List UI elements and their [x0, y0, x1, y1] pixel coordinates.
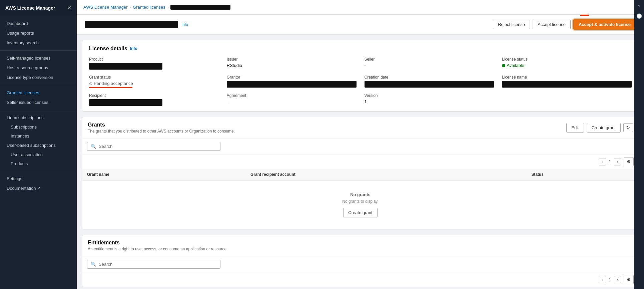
sidebar-item-instances[interactable]: Instances — [0, 132, 77, 141]
grants-create-button[interactable]: Create grant — [587, 123, 621, 133]
sidebar-item-settings[interactable]: Settings — [0, 174, 77, 183]
entitlements-table-header: ‹ 1 › ⚙ — [82, 272, 638, 287]
sidebar: AWS License Manager ✕ Dashboard Usage re… — [0, 0, 77, 289]
sidebar-item-documentation[interactable]: Documentation ↗ — [0, 183, 77, 193]
license-name-value-redacted — [502, 81, 632, 88]
sidebar-item-granted-licenses[interactable]: Granted licenses — [0, 88, 77, 98]
close-button[interactable]: ✕ — [67, 5, 71, 11]
details-grid: Product Issuer RStudio Seller - — [89, 57, 632, 106]
grants-empty-row: No grants No grants to display. Create g… — [82, 180, 638, 229]
grants-col-status: Status — [527, 169, 638, 180]
grants-table: Grant name Grant recipient account Statu… — [82, 169, 638, 229]
sidebar-item-host-resource[interactable]: Host resource groups — [0, 63, 77, 73]
topbar: AWS License Manager › Granted licenses › — [77, 0, 644, 15]
arrow-annotation: Accept & activate license — [573, 19, 636, 30]
accept-activate-button[interactable]: Accept & activate license — [573, 19, 636, 30]
agreement-value: - — [227, 99, 357, 104]
sidebar-item-subscriptions[interactable]: Subscriptions — [0, 123, 77, 132]
field-product-label: Product — [89, 57, 219, 62]
grants-settings-icon[interactable]: ⚙ — [624, 157, 634, 166]
grants-search-icon: 🔍 — [91, 144, 96, 149]
sidebar-item-license-type[interactable]: License type conversion — [0, 73, 77, 82]
breadcrumb-link-granted[interactable]: Granted licenses — [133, 5, 165, 10]
entitlements-next-page-button[interactable]: › — [614, 276, 621, 283]
breadcrumb: AWS License Manager › Granted licenses › — [83, 5, 230, 10]
field-seller: Seller - — [365, 57, 494, 70]
grants-search-bar: 🔍 — [82, 139, 638, 154]
entitlements-card: Entitlements An entitlement is a right t… — [82, 235, 639, 287]
recipient-value-redacted — [89, 99, 162, 106]
sidebar-item-products[interactable]: Products — [0, 159, 77, 168]
sidebar-item-user-association[interactable]: User association — [0, 150, 77, 159]
field-issuer: Issuer RStudio — [227, 57, 357, 70]
field-creation-date: Creation date — [365, 75, 494, 88]
grants-header: Grants The grants that you distributed t… — [82, 117, 638, 139]
grants-empty-subtitle: No grants to display. — [95, 199, 626, 204]
header-btn-group: Reject license Accept license Accept & a… — [493, 19, 636, 30]
sidebar-item-dashboard[interactable]: Dashboard — [0, 19, 77, 28]
grants-search-input[interactable] — [99, 144, 217, 149]
field-grant-status-label: Grant status — [89, 75, 219, 80]
entitlements-search-bar: 🔍 — [82, 256, 638, 272]
entitlements-header: Entitlements An entitlement is a right t… — [82, 235, 638, 256]
grants-title-area: Grants The grants that you distributed t… — [88, 122, 235, 134]
clock-icon[interactable]: 🕒 — [636, 13, 642, 19]
sidebar-item-seller-issued[interactable]: Seller issued licenses — [0, 98, 77, 107]
breadcrumb-sep-1: › — [129, 5, 131, 9]
sidebar-item-linux-subs[interactable]: Linux subscriptions — [0, 113, 77, 123]
breadcrumb-sep-2: › — [167, 5, 169, 9]
entitlements-title: Entitlements — [88, 240, 228, 246]
grants-next-page-button[interactable]: › — [614, 158, 621, 165]
pending-info-icon: ⊙ — [89, 81, 92, 86]
sidebar-header: AWS License Manager ✕ — [0, 0, 77, 16]
seller-value: - — [365, 63, 494, 68]
version-value: 1 — [365, 99, 494, 104]
entitlements-subtitle: An entitlement is a right to use, access… — [88, 247, 228, 251]
field-agreement: Agreement - — [227, 93, 357, 106]
field-license-status: License status Available — [502, 57, 632, 70]
issuer-value: RStudio — [227, 63, 357, 68]
entitlements-prev-page-button[interactable]: ‹ — [599, 276, 606, 283]
license-details-info-link[interactable]: Info — [130, 46, 137, 51]
field-version: Version 1 — [365, 93, 494, 106]
entitlements-search-input[interactable] — [99, 262, 217, 267]
product-value-redacted — [89, 63, 162, 70]
grants-pagination: ‹ 1 › ⚙ — [599, 157, 634, 166]
sidebar-item-usage-reports[interactable]: Usage reports — [0, 28, 77, 38]
field-license-name-label: License name — [502, 75, 632, 80]
creation-date-value-redacted — [365, 81, 494, 88]
grants-empty-title: No grants — [95, 192, 626, 197]
grants-prev-page-button[interactable]: ‹ — [599, 158, 606, 165]
grants-title: Grants — [88, 122, 235, 128]
main-content: AWS License Manager › Granted licenses ›… — [77, 0, 644, 289]
grants-subtitle: The grants that you distributed to other… — [88, 129, 235, 134]
right-panel: ? 🕒 — [634, 0, 644, 289]
grants-refresh-button[interactable]: ↻ — [623, 123, 633, 132]
sidebar-item-inventory-search[interactable]: Inventory search — [0, 38, 77, 48]
field-license-status-label: License status — [502, 57, 632, 62]
field-seller-label: Seller — [365, 57, 494, 62]
accept-license-button[interactable]: Accept license — [533, 20, 571, 29]
sidebar-item-self-managed[interactable]: Self-managed licenses — [0, 53, 77, 63]
grants-table-header: ‹ 1 › ⚙ — [82, 154, 638, 169]
entitlements-settings-icon[interactable]: ⚙ — [624, 275, 634, 284]
entitlements-pagination: ‹ 1 › ⚙ — [599, 275, 634, 284]
reject-license-button[interactable]: Reject license — [493, 20, 530, 29]
field-creation-date-label: Creation date — [365, 75, 494, 80]
page-title-row: Info — [85, 21, 188, 28]
page-title-redacted — [85, 21, 178, 28]
help-icon[interactable]: ? — [638, 4, 641, 9]
grants-search-wrap: 🔍 — [87, 142, 220, 151]
breadcrumb-link-aws-lm[interactable]: AWS License Manager — [83, 5, 127, 10]
grants-create-grant-empty-button[interactable]: Create grant — [343, 208, 377, 217]
sidebar-item-user-based[interactable]: User-based subscriptions — [0, 141, 77, 150]
info-link-page[interactable]: Info — [181, 22, 188, 27]
field-grantor: Grantor — [227, 75, 357, 88]
field-issuer-label: Issuer — [227, 57, 357, 62]
license-details-body: License details Info Product Issuer RStu… — [82, 40, 638, 111]
field-recipient: Recipient — [89, 93, 219, 106]
entitlements-page-number: 1 — [609, 277, 611, 282]
license-status-value: Available — [502, 63, 632, 68]
field-grantor-label: Grantor — [227, 75, 357, 80]
grants-edit-button[interactable]: Edit — [566, 123, 584, 133]
